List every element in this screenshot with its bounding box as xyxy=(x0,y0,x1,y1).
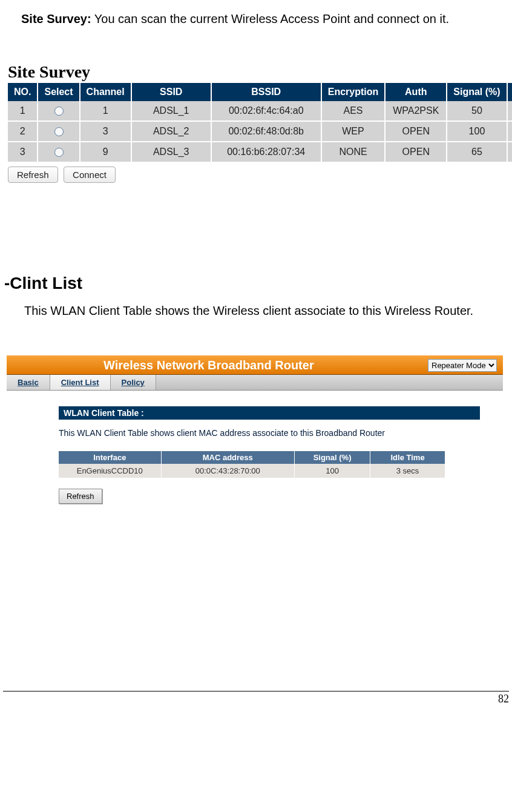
cell-interface: EnGeniusCCDD10 xyxy=(59,464,161,478)
cell-signal: 100 xyxy=(447,121,507,142)
cell-ssid: ADSL_1 xyxy=(131,101,211,121)
col-no: NO. xyxy=(8,83,38,101)
tabs: Basic Client List Policy xyxy=(7,375,503,391)
cell-mac: 00:0C:43:28:70:00 xyxy=(161,464,294,478)
cell-ssid: ADSL_2 xyxy=(131,121,211,142)
table-row: 2 3 ADSL_2 00:02:6f:48:0d:8b WEP OPEN 10… xyxy=(8,121,512,142)
site-survey-table: NO. Select Channel SSID BSSID Encryption… xyxy=(8,83,512,163)
wlan-desc: This WLAN Client Table shows client MAC … xyxy=(59,428,497,438)
radio-icon[interactable] xyxy=(54,107,64,116)
clint-list-desc: This WLAN Client Table shows the Wireles… xyxy=(24,299,500,322)
survey-button-row: Refresh Connect xyxy=(8,167,509,183)
refresh-button[interactable]: Refresh xyxy=(59,489,102,504)
cell-signal: 65 xyxy=(447,142,507,162)
col-idle: Idle Time xyxy=(370,451,445,464)
intro-text: You can scan the current Wireless Access… xyxy=(91,12,449,25)
survey-header-row: NO. Select Channel SSID BSSID Encryption… xyxy=(8,83,512,101)
cell-no: 3 xyxy=(8,142,38,162)
col-mac: MAC address xyxy=(161,451,294,464)
cell-idle: 3 secs xyxy=(370,464,445,478)
cell-select[interactable] xyxy=(38,121,79,142)
cell-auth: OPEN xyxy=(385,121,447,142)
mode-select[interactable]: Repeater Mode xyxy=(428,359,497,372)
col-signal: Signal (%) xyxy=(447,83,507,101)
radio-icon[interactable] xyxy=(54,127,64,136)
cell-signal: 100 xyxy=(295,464,370,478)
table-row: 3 9 ADSL_3 00:16:b6:28:07:34 NONE OPEN 6… xyxy=(8,142,512,162)
client-table-header: Interface MAC address Signal (%) Idle Ti… xyxy=(59,451,445,464)
radio-icon[interactable] xyxy=(54,148,64,157)
cell-encryption: WEP xyxy=(321,121,386,142)
cell-select[interactable] xyxy=(38,142,79,162)
intro-label: Site Survey: xyxy=(21,12,91,25)
col-select: Select xyxy=(38,83,79,101)
cell-channel: 9 xyxy=(80,142,131,162)
col-bssid: BSSID xyxy=(211,83,321,101)
col-ssid: SSID xyxy=(131,83,211,101)
col-encryption: Encryption xyxy=(321,83,386,101)
col-interface: Interface xyxy=(59,451,161,464)
refresh-button[interactable]: Refresh xyxy=(8,167,58,183)
cell-mode: 11b/g xyxy=(507,121,512,142)
tab-policy[interactable]: Policy xyxy=(111,375,156,390)
clint-list-heading: -Clint List xyxy=(4,274,509,293)
client-table: Interface MAC address Signal (%) Idle Ti… xyxy=(59,451,445,478)
col-auth: Auth xyxy=(385,83,447,101)
router-title: Wireless Network Broadband Router xyxy=(103,358,314,372)
wlan-table-title: WLAN Client Table : xyxy=(59,406,480,420)
tab-client-list[interactable]: Client List xyxy=(50,375,111,390)
router-header: Wireless Network Broadband Router Repeat… xyxy=(7,355,503,375)
client-body: WLAN Client Table : This WLAN Client Tab… xyxy=(7,391,503,540)
site-survey-section: Site Survey NO. Select Channel SSID BSSI… xyxy=(8,62,509,183)
table-row: EnGeniusCCDD10 00:0C:43:28:70:00 100 3 s… xyxy=(59,464,445,478)
cell-auth: WPA2PSK xyxy=(385,101,447,121)
cell-encryption: AES xyxy=(321,101,386,121)
cell-ssid: ADSL_3 xyxy=(131,142,211,162)
cell-mode: 11b/g/n xyxy=(507,101,512,121)
cell-mode: 11b/g xyxy=(507,142,512,162)
cell-no: 1 xyxy=(8,101,38,121)
cell-channel: 3 xyxy=(80,121,131,142)
page-number: 82 xyxy=(498,693,509,705)
cell-bssid: 00:02:6f:4c:64:a0 xyxy=(211,101,321,121)
site-survey-title: Site Survey xyxy=(8,62,509,82)
cell-encryption: NONE xyxy=(321,142,386,162)
cell-bssid: 00:02:6f:48:0d:8b xyxy=(211,121,321,142)
tab-basic[interactable]: Basic xyxy=(7,375,50,390)
col-mode: Mode xyxy=(507,83,512,101)
cell-channel: 1 xyxy=(80,101,131,121)
connect-button[interactable]: Connect xyxy=(64,167,116,183)
router-panel: Wireless Network Broadband Router Repeat… xyxy=(7,355,503,540)
cell-no: 2 xyxy=(8,121,38,142)
col-channel: Channel xyxy=(80,83,131,101)
cell-signal: 50 xyxy=(447,101,507,121)
intro-line: Site Survey: You can scan the current Wi… xyxy=(21,12,509,26)
cell-select[interactable] xyxy=(38,101,79,121)
page-footer: 82 xyxy=(3,691,509,705)
col-signal: Signal (%) xyxy=(295,451,370,464)
table-row: 1 1 ADSL_1 00:02:6f:4c:64:a0 AES WPA2PSK… xyxy=(8,101,512,121)
cell-auth: OPEN xyxy=(385,142,447,162)
cell-bssid: 00:16:b6:28:07:34 xyxy=(211,142,321,162)
